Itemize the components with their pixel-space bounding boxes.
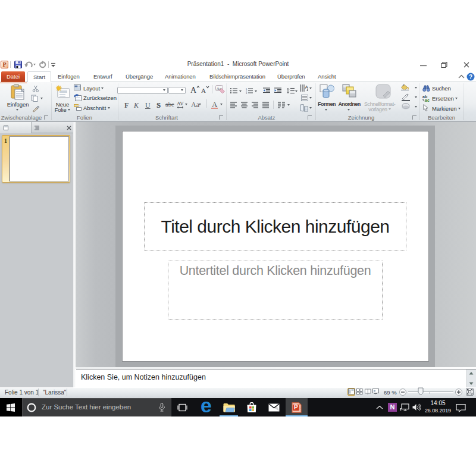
svg-text:3: 3 bbox=[246, 92, 248, 94]
svg-text:P: P bbox=[294, 404, 298, 411]
svg-text:ac: ac bbox=[425, 98, 430, 102]
svg-text:A: A bbox=[190, 86, 197, 94]
svg-text:A: A bbox=[201, 87, 206, 94]
svg-text:A: A bbox=[305, 84, 309, 90]
svg-text:P: P bbox=[2, 61, 6, 68]
svg-text:AV: AV bbox=[177, 101, 184, 107]
svg-text:?: ? bbox=[469, 74, 472, 80]
